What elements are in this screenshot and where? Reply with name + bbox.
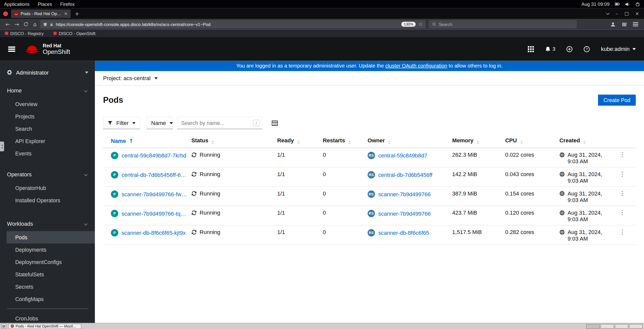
column-header-ready[interactable]: Ready xyxy=(277,135,323,148)
window-close-button[interactable]: × xyxy=(635,11,639,16)
taskbar-window-title: Pods - Red Hat OpenShift — Mozil... xyxy=(16,324,76,328)
owner-link[interactable]: central-db-7d6b5456ff xyxy=(378,172,432,178)
user-menu[interactable]: kube:admin xyxy=(601,46,636,52)
pod-link[interactable]: scanner-7b9d499766-fw79s xyxy=(122,191,188,197)
window-maximize-button[interactable]: □ xyxy=(624,11,629,16)
column-header-name[interactable]: Name↑ xyxy=(103,135,191,148)
workspace-4[interactable] xyxy=(629,324,643,328)
owner-link[interactable]: scanner-7b9d499766 xyxy=(378,191,431,197)
taskbar-window-button[interactable]: Pods - Red Hat OpenShift — Mozil... xyxy=(8,323,82,329)
zoom-level-badge[interactable]: 130% xyxy=(401,22,416,27)
forward-button[interactable]: → xyxy=(12,20,21,29)
attribute-select[interactable]: Name xyxy=(147,117,173,129)
kebab-menu-icon[interactable]: ⋮ xyxy=(619,209,625,216)
window-controls: – □ × xyxy=(607,11,641,16)
tab-close-icon[interactable]: × xyxy=(64,11,68,16)
sidebar-item-deploymentconfigs[interactable]: DeploymentConfigs xyxy=(7,256,95,268)
running-status-icon xyxy=(191,210,197,215)
sidebar-item-secrets[interactable]: Secrets xyxy=(7,280,95,293)
pod-link[interactable]: central-59c849b8d7-7krhd xyxy=(122,152,186,158)
taskbar-show-desktop-icon[interactable] xyxy=(1,324,6,329)
sidebar-item-installed-operators[interactable]: Installed Operators xyxy=(7,194,95,207)
redhat-openshift-logo[interactable]: Red Hat OpenShift xyxy=(25,43,70,55)
sidebar-item-operatorhub[interactable]: OperatorHub xyxy=(7,182,95,194)
sidebar-item-cronjobs[interactable]: CronJobs xyxy=(7,312,95,323)
sidebar-item-api-explorer[interactable]: API Explorer xyxy=(7,135,95,147)
tracking-protection-icon[interactable] xyxy=(43,22,47,26)
column-header-memory[interactable]: Memory xyxy=(452,135,505,148)
power-icon[interactable] xyxy=(635,2,640,6)
pod-link[interactable]: scanner-db-8f6c6f65-kjt9x xyxy=(122,230,186,236)
app-launcher-icon[interactable] xyxy=(528,46,534,52)
nav-section-workloads-toggle[interactable]: Workloads xyxy=(0,216,95,231)
sidebar-item-events[interactable]: Events xyxy=(7,147,95,159)
column-header-created[interactable]: Created xyxy=(559,135,612,148)
workspace-1[interactable] xyxy=(586,324,600,328)
firefox-window-icon[interactable] xyxy=(3,11,8,16)
notifications-button[interactable]: 3 xyxy=(545,46,555,52)
sidebar-item-search[interactable]: Search xyxy=(7,123,95,135)
browser-search-input[interactable] xyxy=(439,22,574,27)
caret-down-icon xyxy=(132,122,136,124)
sidebar-item-deployments[interactable]: Deployments xyxy=(7,244,95,256)
reload-button[interactable] xyxy=(21,20,30,29)
home-button[interactable]: ⌂ xyxy=(30,20,39,29)
pod-link[interactable]: central-db-7d6b5456ff-6bjv4 xyxy=(122,172,188,178)
cell-status: Running xyxy=(191,167,277,187)
lock-icon[interactable] xyxy=(50,22,54,26)
screen-edge-handle[interactable] xyxy=(0,142,4,151)
filter-dropdown[interactable]: Filter xyxy=(103,117,140,129)
workspace-3[interactable] xyxy=(615,324,628,328)
quick-create-icon[interactable] xyxy=(567,46,573,52)
help-icon[interactable]: ? xyxy=(584,46,590,52)
bookmark-disco-registry[interactable]: DISCO - Registry xyxy=(5,31,44,36)
name-search-input[interactable] xyxy=(177,117,263,129)
nav-section-home-toggle[interactable]: Home xyxy=(0,83,95,98)
sidebar-item-configmaps[interactable]: ConfigMaps xyxy=(7,293,95,305)
battery-icon[interactable] xyxy=(615,2,620,6)
firefox-app-menu[interactable]: Firefox xyxy=(60,2,74,7)
account-icon[interactable] xyxy=(610,22,616,27)
nav-toggle-icon[interactable] xyxy=(8,46,15,51)
clock[interactable]: Aug 31 09:09 xyxy=(581,2,610,7)
sidebar-item-overview[interactable]: Overview xyxy=(7,98,95,110)
bookmark-disco-openshift[interactable]: DISCO - OpenShift xyxy=(53,31,95,36)
column-header-cpu[interactable]: CPU xyxy=(505,135,559,148)
kebab-menu-icon[interactable]: ⋮ xyxy=(619,190,625,197)
owner-link[interactable]: scanner-db-8f6c6f65 xyxy=(378,230,429,236)
oauth-config-link[interactable]: cluster OAuth configuration xyxy=(385,63,447,69)
kebab-menu-icon[interactable]: ⋮ xyxy=(619,228,625,236)
browser-menu-icon[interactable] xyxy=(633,22,638,26)
url-input[interactable] xyxy=(56,22,399,27)
cell-restarts: 0 xyxy=(323,225,368,245)
sidebar-item-statefulsets[interactable]: StatefulSets xyxy=(7,268,95,280)
back-button[interactable]: ← xyxy=(3,20,12,29)
new-tab-button[interactable]: + xyxy=(75,11,79,17)
owner-link[interactable]: central-59c849b8d7 xyxy=(378,152,427,158)
create-pod-button[interactable]: Create Pod xyxy=(598,95,636,106)
column-header-restarts[interactable]: Restarts xyxy=(323,135,368,148)
nav-section-operators-toggle[interactable]: Operators xyxy=(0,167,95,182)
applications-menu[interactable]: Applications xyxy=(4,2,29,7)
tab-list-chevron-icon[interactable] xyxy=(607,12,609,14)
column-header-owner[interactable]: Owner xyxy=(368,135,452,148)
workspace-2[interactable] xyxy=(600,324,614,328)
kebab-menu-icon[interactable]: ⋮ xyxy=(619,170,625,178)
pod-link[interactable]: scanner-7b9d499766-tqcq6 xyxy=(122,210,188,216)
browser-tab[interactable]: Pods - Red Hat OpenShift × xyxy=(11,9,71,18)
bookmark-star-icon[interactable]: ☆ xyxy=(418,21,423,27)
column-management-button[interactable] xyxy=(271,120,278,126)
kebab-menu-icon[interactable]: ⋮ xyxy=(619,151,625,158)
sidebar-item-projects[interactable]: Projects xyxy=(7,110,95,123)
perspective-switcher[interactable]: Administrator xyxy=(0,65,95,80)
column-header-status[interactable]: Status xyxy=(191,135,277,148)
places-menu[interactable]: Places xyxy=(38,2,52,7)
owner-link[interactable]: scanner-7b9d499766 xyxy=(378,210,431,216)
bookmark-favicon xyxy=(53,32,57,35)
project-selector[interactable]: Project: acs-central xyxy=(103,75,157,81)
library-icon[interactable] xyxy=(622,22,627,27)
window-minimize-button[interactable]: – xyxy=(616,11,618,16)
volume-icon[interactable] xyxy=(625,2,630,6)
url-bar[interactable]: 130% ☆ xyxy=(40,20,425,28)
sidebar-item-pods[interactable]: Pods xyxy=(7,231,95,244)
